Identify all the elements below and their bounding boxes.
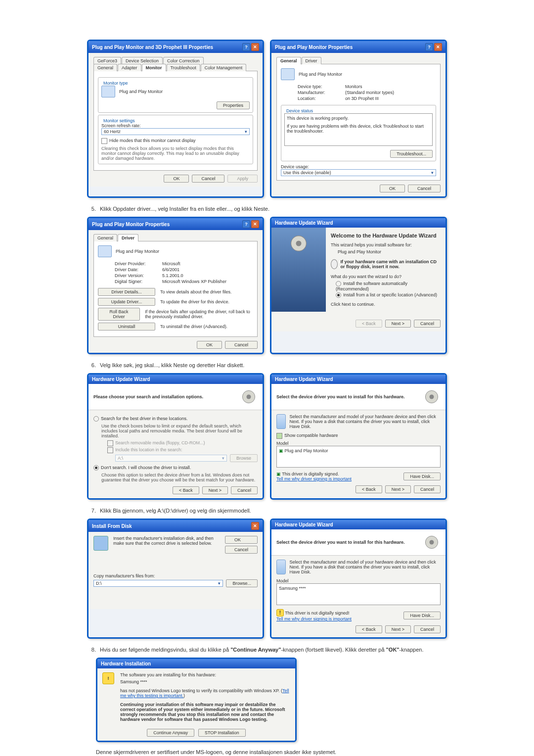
refresh-rate-select[interactable]: 60 Hertz▾	[101, 128, 250, 135]
monitor-name: Plug and Play Monitor	[299, 72, 342, 77]
cancel-button[interactable]: Cancel	[414, 485, 441, 493]
tab-general[interactable]: General	[276, 57, 301, 64]
svg-point-7	[430, 540, 434, 545]
uninstall-button[interactable]: Uninstall	[98, 323, 155, 331]
warn-line1: The software you are installing for this…	[120, 672, 290, 677]
path-select: A:\▾	[115, 455, 227, 462]
display-properties-dialog: Plug and Play Monitor and 3D Prophet III…	[87, 40, 264, 198]
help-icon[interactable]: ?	[425, 43, 433, 51]
dialog-title: Hardware Update Wizard	[275, 522, 333, 527]
tab-adapter[interactable]: Adapter	[118, 64, 141, 71]
chk-compatible[interactable]	[276, 433, 282, 439]
properties-button[interactable]: Properties	[217, 101, 250, 109]
have-disk-button[interactable]: Have Disk...	[403, 472, 441, 480]
chevron-down-icon: ▾	[245, 129, 247, 134]
radio-auto[interactable]	[336, 281, 341, 286]
cd-hint: If your hardware came with an installati…	[341, 259, 441, 269]
monitor-type-label: Monitor type	[101, 81, 130, 86]
back-button[interactable]: < Back	[356, 485, 382, 493]
chevron-down-icon: ▾	[218, 581, 221, 586]
tab-monitor[interactable]: Monitor	[142, 64, 166, 71]
next-button[interactable]: Next >	[385, 320, 411, 328]
why-signing-link[interactable]: Tell me why driver signing is important	[276, 476, 352, 481]
ok-button[interactable]: OK	[380, 185, 405, 192]
stop-installation-button[interactable]: STOP Installation	[198, 729, 246, 737]
titlebar: Plug and Play Monitor Properties ?✕	[271, 41, 445, 53]
model-listbox[interactable]: ▣ Plug and Play Monitor	[276, 446, 441, 468]
kv-key: Manufacturer:	[298, 90, 342, 95]
next-button[interactable]: Next >	[385, 625, 411, 633]
tab-driver[interactable]: Driver	[302, 57, 321, 64]
kv-val: Monitors	[345, 84, 362, 89]
roll-back-button[interactable]: Roll Back Driver	[98, 308, 140, 321]
device-usage-select[interactable]: Use this device (enable)▾	[281, 169, 436, 176]
tab-color-mgmt[interactable]: Color Management	[201, 64, 247, 71]
next-button[interactable]: Next >	[385, 485, 411, 493]
cancel-button[interactable]: Cancel	[231, 486, 258, 494]
kv-key: Device type:	[298, 84, 342, 89]
radio-search[interactable]	[93, 416, 99, 422]
close-icon[interactable]: ✕	[434, 43, 442, 51]
cancel-button[interactable]: Cancel	[408, 185, 441, 192]
help-icon[interactable]: ?	[242, 43, 250, 51]
kv-val: (Standard monitor types)	[345, 90, 394, 95]
why-signing-link[interactable]: Tell me why driver signing is important	[276, 616, 352, 621]
tab-general[interactable]: General	[93, 234, 117, 241]
dialog-title: Plug and Play Monitor and 3D Prophet III…	[92, 45, 213, 50]
monitor-properties-general-dialog: Plug and Play Monitor Properties ?✕ Gene…	[270, 40, 447, 198]
screenshot-row-4: Install From Disk✕ Insert the manufactur…	[79, 519, 455, 639]
ok-button[interactable]: OK	[197, 341, 222, 349]
help-icon[interactable]: ?	[242, 220, 250, 228]
screenshot-row-3: Hardware Update Wizard Please choose you…	[79, 373, 455, 500]
monitor-name: Plug and Play Monitor	[116, 249, 159, 254]
hide-modes-checkbox[interactable]	[101, 138, 107, 144]
copy-from-select[interactable]: D:\▾	[93, 580, 223, 587]
radio-dont-search[interactable]	[93, 465, 99, 471]
wizard-header-text: Please choose your search and installati…	[93, 394, 203, 399]
tab-geforce3[interactable]: GeForce3	[93, 57, 121, 64]
gear-icon	[240, 388, 258, 406]
tab-driver[interactable]: Driver	[118, 234, 138, 241]
back-button[interactable]: < Back	[173, 486, 199, 494]
close-icon[interactable]: ✕	[251, 522, 259, 530]
browse-button[interactable]: Browse...	[226, 579, 258, 587]
update-driver-button[interactable]: Update Driver...	[98, 298, 155, 306]
radio-advanced[interactable]	[336, 292, 341, 298]
model-listbox[interactable]: Samsung ****	[276, 583, 441, 605]
next-button[interactable]: Next >	[202, 486, 228, 494]
copy-from-label: Copy manufacturer's files from:	[93, 573, 258, 578]
tab-device-selection[interactable]: Device Selection	[122, 57, 163, 64]
hardware-update-wizard-select-driver: Hardware Update Wizard Select the device…	[270, 373, 447, 500]
screenshot-row-1: Plug and Play Monitor and 3D Prophet III…	[79, 40, 455, 198]
device-usage-label: Device usage:	[281, 164, 436, 169]
cancel-button[interactable]: Cancel	[414, 320, 441, 328]
cancel-button[interactable]: Cancel	[225, 546, 258, 554]
back-button[interactable]: < Back	[356, 625, 382, 633]
screenshot-row-5: Hardware Installation ! The software you…	[96, 658, 455, 742]
driver-details-button[interactable]: Driver Details...	[98, 288, 155, 296]
continue-anyway-button[interactable]: Continue Anyway	[147, 729, 194, 737]
tab-general[interactable]: General	[93, 64, 117, 71]
dialog-title: Hardware Update Wizard	[275, 377, 333, 382]
hardware-update-wizard-select-driver-samsung: Hardware Update Wizard Select the device…	[270, 519, 447, 639]
device-status-label: Device status	[284, 108, 315, 113]
ok-button[interactable]: OK	[225, 536, 258, 544]
signed-text: This driver is digitally signed.	[282, 472, 339, 476]
svg-point-5	[430, 395, 434, 399]
browse-button: Browse	[230, 454, 258, 462]
cancel-button[interactable]: Cancel	[192, 175, 224, 183]
tab-troubleshoot[interactable]: Troubleshoot	[167, 64, 200, 71]
warn-bold: Continuing your installation of this sof…	[120, 702, 290, 722]
have-disk-button[interactable]: Have Disk...	[403, 612, 441, 619]
device-status-text: This device is working properly. If you …	[284, 113, 433, 146]
cancel-button[interactable]: Cancel	[225, 341, 258, 349]
ok-button[interactable]: OK	[164, 175, 189, 183]
close-icon[interactable]: ✕	[251, 220, 259, 228]
close-icon[interactable]: ✕	[251, 43, 259, 51]
model-label: Model	[276, 578, 441, 583]
tab-color-correction[interactable]: Color Correction	[163, 57, 204, 64]
svg-point-3	[247, 395, 251, 399]
troubleshoot-button[interactable]: Troubleshoot...	[390, 150, 433, 158]
wizard-side-graphic	[271, 228, 326, 312]
cancel-button[interactable]: Cancel	[414, 625, 441, 633]
